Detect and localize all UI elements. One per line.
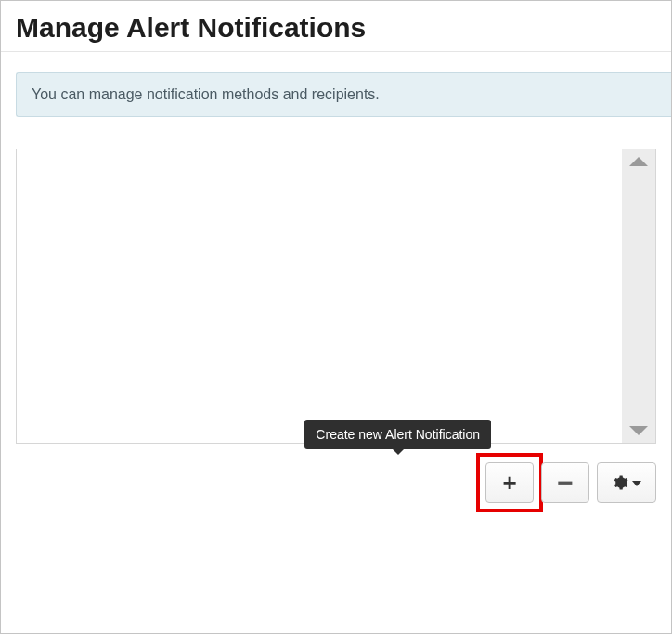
info-banner-text: You can manage notification methods and …: [32, 86, 380, 102]
tooltip-text: Create new Alert Notification: [316, 427, 480, 442]
add-button[interactable]: +: [485, 462, 534, 503]
toolbar: Create new Alert Notification + −: [16, 462, 656, 503]
panel-body: You can manage notification methods and …: [1, 52, 671, 518]
gear-icon: [612, 474, 628, 491]
notification-list: [16, 149, 656, 444]
caret-down-icon: [632, 481, 641, 486]
manage-alert-notifications-panel: Manage Alert Notifications You can manag…: [0, 0, 672, 634]
scrollbar[interactable]: [622, 149, 655, 443]
add-button-wrap: +: [485, 462, 534, 503]
page-title: Manage Alert Notifications: [16, 12, 656, 44]
header: Manage Alert Notifications: [1, 1, 671, 52]
info-banner: You can manage notification methods and …: [16, 72, 671, 117]
notification-list-content[interactable]: [17, 149, 622, 443]
settings-button[interactable]: [597, 462, 656, 503]
minus-icon: −: [557, 469, 574, 497]
plus-icon: +: [502, 471, 516, 495]
scroll-up-icon[interactable]: [629, 157, 648, 166]
remove-button[interactable]: −: [541, 462, 589, 503]
scroll-down-icon[interactable]: [629, 426, 648, 435]
add-button-tooltip: Create new Alert Notification: [304, 420, 491, 449]
